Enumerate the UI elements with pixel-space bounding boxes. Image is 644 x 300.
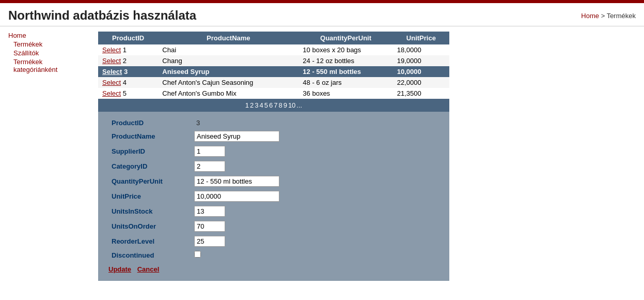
sidebar-item-2[interactable]: Szállítók xyxy=(8,49,85,57)
detail-label-discontinued: Discontinued xyxy=(108,249,191,261)
table-header-row: ProductID ProductName QuantityPerUnit Un… xyxy=(98,32,449,44)
page-link-7[interactable]: 7 xyxy=(274,101,277,109)
select-link-4[interactable]: Select xyxy=(102,79,121,86)
detail-row-productname: ProductName xyxy=(108,129,439,144)
select-link-3[interactable]: Select xyxy=(102,68,122,76)
detail-label-unitsonorder: UnitsOnOrder xyxy=(108,219,191,234)
page-link-3[interactable]: 3 xyxy=(255,101,258,109)
sidebar: HomeTermékekSzállítókTermékek kategórián… xyxy=(0,26,93,286)
detail-row-quantityperunit: QuantityPerUnit xyxy=(108,174,439,189)
table-row: Select 3Aniseed Syrup12 - 550 ml bottles… xyxy=(98,66,449,77)
row-price-4: 22,0000 xyxy=(393,77,449,88)
detail-row-reorderlevel: ReorderLevel xyxy=(108,234,439,249)
row-qty-2: 24 - 12 oz bottles xyxy=(299,55,392,66)
breadcrumb-home-link[interactable]: Home xyxy=(581,12,599,20)
layout: HomeTermékekSzállítókTermékek kategórián… xyxy=(0,26,644,286)
main-content: ProductID ProductName QuantityPerUnit Un… xyxy=(93,26,644,286)
page-link-1[interactable]: 1 xyxy=(245,101,249,109)
detail-input-reorderlevel[interactable] xyxy=(194,236,225,247)
row-name-3: Aniseed Syrup xyxy=(158,66,299,77)
select-link-5[interactable]: Select xyxy=(102,89,121,97)
breadcrumb-current: Termékek xyxy=(607,12,636,20)
update-button[interactable]: Update xyxy=(108,265,131,273)
detail-input-unitprice[interactable] xyxy=(194,191,279,202)
col-productid: ProductID xyxy=(98,32,158,44)
cancel-button[interactable]: Cancel xyxy=(137,265,160,273)
row-id-1: 1 xyxy=(121,46,127,54)
detail-input-supplierid[interactable] xyxy=(194,146,225,157)
detail-label-unitsinstock: UnitsInStock xyxy=(108,204,191,219)
detail-label-supplierid: SupplierID xyxy=(108,144,191,159)
table-row: Select 5Chef Anton's Gumbo Mix36 boxes21… xyxy=(98,88,449,99)
sidebar-item-0[interactable]: Home xyxy=(8,32,85,39)
row-id-3: 3 xyxy=(122,68,128,76)
detail-label-productid: ProductID xyxy=(108,117,191,129)
detail-row-discontinued: Discontinued xyxy=(108,249,439,261)
product-table: ProductID ProductName QuantityPerUnit Un… xyxy=(98,32,449,99)
row-qty-5: 36 boxes xyxy=(299,88,392,99)
page-link-6[interactable]: 6 xyxy=(269,101,273,109)
detail-input-quantityperunit[interactable] xyxy=(194,176,279,187)
sidebar-item-3[interactable]: Termékek kategóriánként xyxy=(8,58,85,73)
detail-label-quantityperunit: QuantityPerUnit xyxy=(108,174,191,189)
row-qty-1: 10 boxes x 20 bags xyxy=(299,44,392,55)
detail-row-supplierid: SupplierID xyxy=(108,144,439,159)
detail-input-unitsinstock[interactable] xyxy=(194,206,225,217)
detail-row-unitsonorder: UnitsOnOrder xyxy=(108,219,439,234)
detail-row-productid: ProductID3 xyxy=(108,117,439,129)
action-links: Update Cancel xyxy=(108,265,439,273)
row-price-3: 10,0000 xyxy=(393,66,449,77)
page-link-8[interactable]: 8 xyxy=(278,101,282,109)
row-qty-3: 12 - 550 ml bottles xyxy=(299,66,392,77)
col-unitprice: UnitPrice xyxy=(393,32,449,44)
detail-label-categoryid: CategoryID xyxy=(108,159,191,174)
row-name-2: Chang xyxy=(158,55,299,66)
detail-input-unitsonorder[interactable] xyxy=(194,221,225,232)
detail-value-productid: 3 xyxy=(194,119,200,127)
row-name-1: Chai xyxy=(158,44,299,55)
table-row: Select 1Chai10 boxes x 20 bags18,0000 xyxy=(98,44,449,55)
col-quantityperunit: QuantityPerUnit xyxy=(299,32,392,44)
row-price-5: 21,3500 xyxy=(393,88,449,99)
page-link-10[interactable]: 10 xyxy=(288,101,295,109)
page-link-4[interactable]: 4 xyxy=(259,101,263,109)
detail-label-reorderlevel: ReorderLevel xyxy=(108,234,191,249)
detail-row-unitsinstock: UnitsInStock xyxy=(108,204,439,219)
detail-row-categoryid: CategoryID xyxy=(108,159,439,174)
detail-checkbox-discontinued[interactable] xyxy=(194,251,201,258)
detail-panel: ProductID3ProductNameSupplierIDCategoryI… xyxy=(98,112,449,281)
page-link-11[interactable]: ... xyxy=(296,101,302,109)
detail-row-unitprice: UnitPrice xyxy=(108,189,439,204)
detail-table: ProductID3ProductNameSupplierIDCategoryI… xyxy=(108,117,439,261)
row-id-5: 5 xyxy=(121,89,127,97)
row-id-4: 4 xyxy=(121,79,127,86)
row-name-4: Chef Anton's Cajun Seasoning xyxy=(158,77,299,88)
select-link-1[interactable]: Select xyxy=(102,46,121,54)
select-link-2[interactable]: Select xyxy=(102,57,121,65)
row-qty-4: 48 - 6 oz jars xyxy=(299,77,392,88)
table-row: Select 4Chef Anton's Cajun Seasoning48 -… xyxy=(98,77,449,88)
sidebar-item-1[interactable]: Termékek xyxy=(8,40,85,48)
detail-input-productname[interactable] xyxy=(194,131,279,142)
header: Northwind adatbázis használata Home > Te… xyxy=(0,3,644,26)
detail-label-unitprice: UnitPrice xyxy=(108,189,191,204)
breadcrumb-sep: > xyxy=(601,12,607,20)
page-link-9[interactable]: 9 xyxy=(284,101,287,109)
row-name-5: Chef Anton's Gumbo Mix xyxy=(158,88,299,99)
page-link-5[interactable]: 5 xyxy=(264,101,268,109)
detail-label-productname: ProductName xyxy=(108,129,191,144)
row-id-2: 2 xyxy=(121,57,127,65)
page-title: Northwind adatbázis használata xyxy=(8,8,196,23)
row-price-1: 18,0000 xyxy=(393,44,449,55)
breadcrumb: Home > Termékek xyxy=(581,12,636,20)
table-row: Select 2Chang24 - 12 oz bottles19,0000 xyxy=(98,55,449,66)
page-link-2[interactable]: 2 xyxy=(250,101,254,109)
col-productname: ProductName xyxy=(158,32,299,44)
pagination-row: 12345678910... xyxy=(98,99,449,112)
row-price-2: 19,0000 xyxy=(393,55,449,66)
detail-input-categoryid[interactable] xyxy=(194,161,225,172)
